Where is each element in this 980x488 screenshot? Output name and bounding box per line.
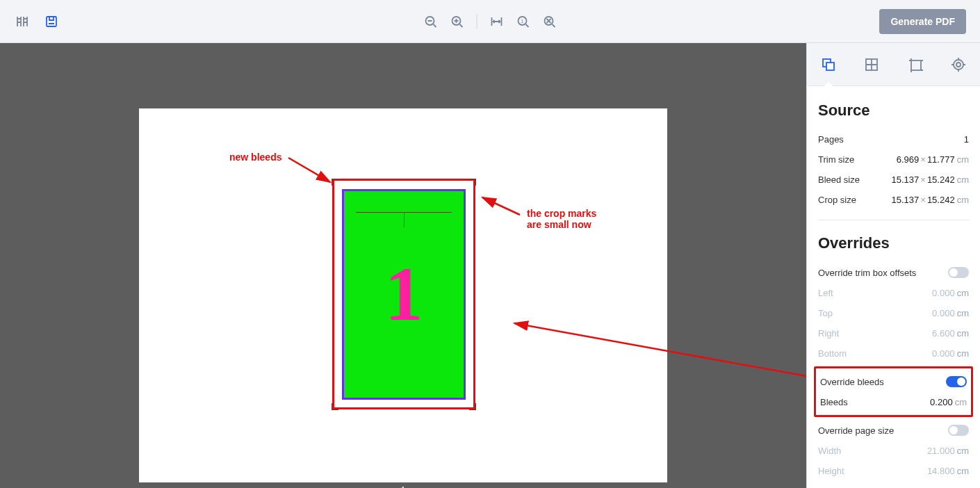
- width-label: Width: [818, 446, 841, 456]
- separator: [477, 14, 477, 29]
- arrow-icon: [285, 154, 341, 189]
- pages-label: Pages: [818, 134, 844, 145]
- top-toolbar: 1 Generate PDF: [0, 0, 980, 43]
- canvas-area[interactable]: 1 new bleeds the crop marks are small no…: [0, 43, 806, 488]
- crop-mark-icon: [469, 179, 476, 186]
- width-value: 21.000cm: [927, 446, 969, 456]
- trim-size-label: Trim size: [818, 154, 854, 165]
- right-value: 6.600cm: [932, 328, 969, 339]
- bleeds-value[interactable]: 0.200cm: [930, 397, 967, 407]
- svg-rect-9: [911, 60, 921, 70]
- bleed-size-label: Bleed size: [818, 174, 860, 185]
- crop-mark-icon: [332, 403, 338, 410]
- override-bleeds-label: Override bleeds: [820, 377, 884, 387]
- bleed-size-value: 15.137×15.242cm: [892, 174, 969, 185]
- zoom-actual-icon[interactable]: 1: [515, 13, 532, 30]
- sidebar: Source Pages1 Trim size6.969×11.777cm Bl…: [806, 43, 980, 488]
- bottom-label: Bottom: [818, 348, 847, 359]
- override-bleeds-highlight: Override bleeds Bleeds0.200cm: [814, 366, 973, 417]
- annotation-crop-marks: the crop marks are small now: [527, 208, 596, 230]
- height-label: Height: [818, 466, 844, 476]
- svg-rect-0: [47, 17, 56, 26]
- overrides-heading: Overrides: [818, 234, 969, 252]
- svg-point-11: [956, 63, 961, 67]
- source-heading: Source: [818, 101, 969, 120]
- left-value: 0.000cm: [932, 288, 969, 298]
- override-trim-toggle[interactable]: [948, 267, 969, 278]
- bottom-value: 0.000cm: [932, 348, 969, 359]
- save-icon[interactable]: [43, 13, 60, 30]
- trim-size-value: 6.969×11.777cm: [897, 154, 969, 165]
- generate-pdf-button[interactable]: Generate PDF: [879, 9, 966, 34]
- crop-size-label: Crop size: [818, 195, 856, 205]
- tab-registration-icon[interactable]: [948, 54, 969, 75]
- annotation-new-bleeds: new bleeds: [229, 152, 281, 163]
- sidebar-panel: Source Pages1 Trim size6.969×11.777cm Bl…: [807, 86, 980, 488]
- arrow-icon: [507, 318, 806, 380]
- svg-text:1: 1: [521, 19, 524, 24]
- svg-point-10: [954, 60, 963, 70]
- t-mark: [356, 212, 452, 213]
- sidebar-tabs: [807, 43, 980, 86]
- columns-icon[interactable]: [14, 13, 31, 30]
- left-label: Left: [818, 288, 833, 298]
- override-trim-label: Override trim box offsets: [818, 268, 916, 278]
- tab-source-icon[interactable]: [818, 54, 839, 75]
- page-number-label: 1: [139, 485, 667, 488]
- top-label: Top: [818, 308, 833, 318]
- crop-mark-icon: [469, 403, 476, 410]
- bleeds-label: Bleeds: [820, 397, 848, 407]
- height-value: 14.800cm: [927, 466, 969, 476]
- arrow-icon: [477, 192, 525, 220]
- zoom-reset-icon[interactable]: [541, 13, 558, 30]
- tab-layout-icon[interactable]: [861, 54, 882, 75]
- zoom-out-icon[interactable]: [423, 13, 439, 30]
- svg-rect-7: [826, 63, 834, 70]
- fit-width-icon[interactable]: [489, 13, 505, 30]
- pages-value: 1: [964, 134, 969, 145]
- right-label: Right: [818, 328, 839, 339]
- tab-marks-icon[interactable]: [905, 54, 926, 75]
- override-page-size-toggle[interactable]: [948, 425, 969, 436]
- top-value: 0.000cm: [932, 308, 969, 318]
- crop-size-value: 15.137×15.242cm: [892, 195, 969, 205]
- override-page-size-label: Override page size: [818, 425, 894, 436]
- page-content-digit: 1: [385, 250, 423, 339]
- zoom-in-icon[interactable]: [449, 13, 466, 30]
- override-bleeds-toggle[interactable]: [946, 376, 967, 387]
